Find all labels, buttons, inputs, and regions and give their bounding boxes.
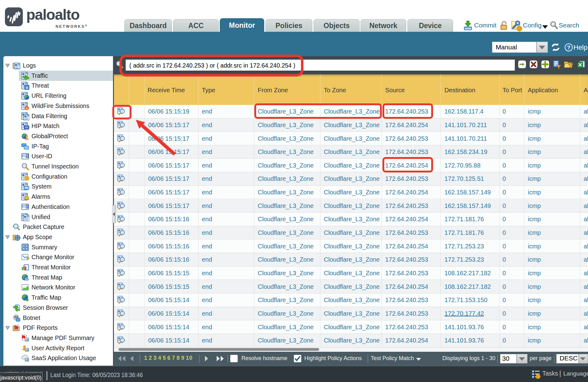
- svg-text:?: ?: [567, 45, 570, 51]
- svg-text:x: x: [26, 278, 28, 281]
- svg-text:x: x: [26, 85, 28, 90]
